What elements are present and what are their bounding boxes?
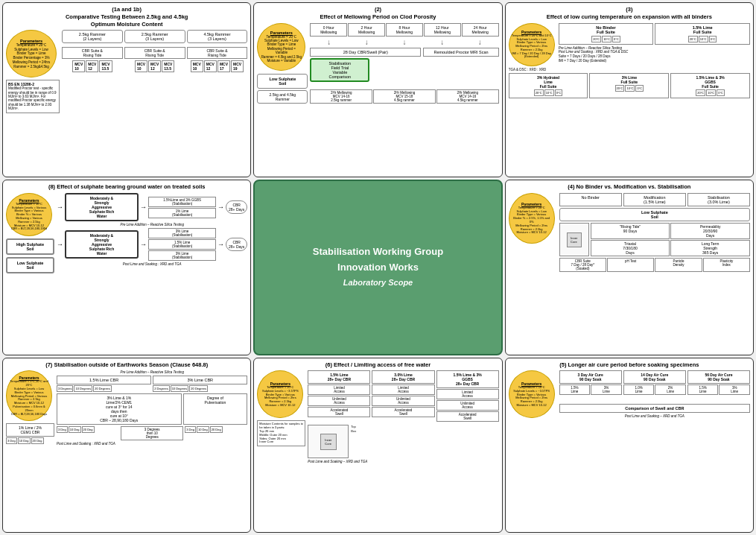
params-text-p5: Temperature = 10°CSulphate Levels = ~3.5… [513, 386, 550, 408]
cbr-oval-top: CBR28+ Days [226, 200, 247, 214]
p7-3-20d: 20 Degrees [189, 385, 208, 392]
arrow-p8-3: → [217, 203, 224, 211]
p4-ph-test: pH Test [607, 258, 654, 272]
panel-3-title: (3) Effect of low curing temperature on … [509, 6, 750, 21]
p3-no-binder-temps: 20°C 10°C 0°C [561, 36, 652, 42]
params-text-p8: Temperature = 10°CSulphate Levels = Vari… [11, 203, 48, 231]
p6-col-row: 1.5% Lime28+ Day CBR LimitedAccess Unlim… [308, 370, 498, 422]
params-text-p7: Temperature = 5°C,10°C and 20°CSulphate … [9, 380, 49, 416]
p4-core-diagram: InnerCore [559, 223, 589, 256]
p7-15-3d: 3 Degrees [57, 385, 73, 392]
p5-14day-2lime: 2%Lime [655, 384, 686, 395]
panel-2: (2) Effect of Mellowing Period on Clod P… [253, 2, 502, 177]
mcv-3-1: MCV10 [191, 60, 203, 72]
panel-8-content: Parameters Temperature = 10°CSulphate Le… [6, 193, 247, 273]
p7-lime-row: 1.5% Lime CBR 3 Degrees 10 Degrees 20 De… [57, 376, 247, 392]
params-oval-p3: Parameters Temperature = 20°C and 10°CSu… [509, 23, 555, 66]
p5-3day-binders: 1.5%Lime 3%Lime [559, 384, 622, 395]
arrow-p8-5: → [140, 241, 147, 248]
p7-deg-group-3: 3 Deg 10 Deg 20 Deg [185, 426, 247, 433]
cbr-oval-bot: CBR28+ Days [226, 238, 247, 251]
params-text-p6: Temperature = 10°CSulphate Levels = ~3.5… [262, 386, 299, 408]
panel-center: Stabilisation Working Group Innovation W… [253, 180, 502, 355]
p7-15-cbr-degs: 3 Degrees 10 Degrees 20 Degrees [57, 385, 151, 392]
p3-top-row: No BinderFull Suite 20°C 10°C 0°C 1.5% L… [559, 23, 750, 45]
lime-1-stab: 1% Lime(Stabilisation) [148, 208, 216, 218]
p3-suite-note: Suite = 7 Days / 20 Days / 28 DaysIMI = … [559, 54, 750, 63]
panel-7-title: (7) Stabilisation outside of Earthworks … [6, 361, 247, 369]
p3-col-15-lime: 1.5% LimeFull Suite 20°C 10°C 0°C [655, 23, 750, 45]
panel-6-right: 1.5% Lime28+ Day CBR LimitedAccess Unlim… [308, 370, 498, 463]
p5-col-56day: 56 Day Air Cure90 Day Soak 1.5%Lime 3%Li… [687, 370, 750, 395]
p5-col-14day: 14 Day Air Cure90 Day Soak 1.0%Lime 2%Li… [623, 370, 686, 395]
params-oval-p2: Parameters Temperature = 20°CSulphate Le… [257, 23, 305, 71]
p3-3l-label: 3% LimeFull Suite [591, 75, 667, 84]
p4-tests-grid: "Rising Tide"90 Days Permeability20/30/9… [591, 223, 750, 256]
mcv-group-2: MCV10 MCV12 MCV13.5 [124, 60, 185, 72]
stabilisation-field-trial: StabilisationField TrialVariableComparis… [310, 58, 369, 82]
p7-15-10d: 10 Degrees [74, 385, 92, 392]
p7-3d-3: 3 Deg [185, 426, 196, 433]
p7-3-3d: 2 Degrees [153, 385, 169, 392]
bottom-2: 2Hr MellowingMCV 15-184.5kg rammer [373, 89, 436, 104]
lime-15-3ggbs: 1.5%Lime and 3% GGBS(Stabilisation) [148, 197, 216, 207]
temp-20-1: 20°C [591, 36, 601, 42]
p3-3l-temps: 20°C 10°C 0°C [591, 85, 667, 92]
p7-post-label: Post Lime and Soaking : XRD and TGA [57, 442, 247, 446]
p6-box-diagram: InnerCore Top Box [308, 425, 498, 458]
p5-post-label: Post Lime and Soaking – XRD and TGA [559, 414, 750, 418]
p7-complex-row: 3% Lime & 1%Lime/2% CEM1cure at 3° for 1… [57, 393, 247, 425]
p3-col-3hl: 3% HydratedLimeFull Suite 20°C 10°C 0°C [509, 73, 588, 98]
p5-3day-header: 3 Day Air Cure90 Day Soak [559, 370, 622, 384]
panel-2-content: Parameters Temperature = 20°CSulphate Le… [257, 23, 498, 104]
mcv-2-2: MCV12 [148, 60, 161, 72]
p6-15-3ggbs-unlimited: UnlimitedAccess [436, 400, 499, 411]
mcv-group-1: MCV10 MCV12 MCV13.5 [62, 60, 123, 72]
p7-3-cbr-degs: 2 Degrees 10 Degrees 20 Degrees [153, 385, 247, 392]
panel-1: (1a and 1b) Comparative Testing Between … [2, 2, 251, 177]
p6-inner-core: InnerCore [320, 434, 337, 450]
p7-20d-3: 20 Deg [210, 426, 223, 433]
panel-8: (8) Effect of sulphate bearing ground wa… [2, 180, 251, 355]
p5-cure-cols: 3 Day Air Cure90 Day Soak 1.5%Lime 3%Lim… [559, 370, 750, 395]
params-text-p3: Temperature = 20°C and 10°CSulphate Leve… [512, 34, 552, 60]
p7-col-3: 3% Lime CBR 2 Degrees 10 Degrees 20 Degr… [153, 376, 247, 392]
mcv-2-1: MCV10 [135, 60, 147, 72]
p6-15-3ggbs-accel: AcceleratedSwell [436, 411, 499, 422]
p8-mod-strong-bot: Moderately &StronglyAggressiveSulphate R… [65, 230, 139, 259]
p3-bottom-row: 3% HydratedLimeFull Suite 20°C 10°C 0°C … [509, 73, 750, 98]
panel-6-left: Parameters Temperature = 10°CSulphate Le… [257, 370, 305, 463]
note-p1: BS EN 13286-2 Modified Proctor test - sp… [6, 80, 60, 113]
p3-3hl-label: 3% HydratedLimeFull Suite [511, 75, 586, 89]
cbr-proctor-row: 28 Day CBR/Swell (Pair) Remoulded Procto… [310, 48, 498, 57]
p6-15-3ggbs-header: 1.5% Lime & 3%GGBS28+ Day CBR [436, 370, 499, 388]
p7-pre-label: Pre Lime Addition – Reactive Silica Test… [57, 370, 247, 374]
p6-footer: Post Lime and Soaking – XRD and TGA [308, 460, 498, 463]
low-sulphate-box: Low SulphateSoil [257, 74, 308, 89]
p5-14day-header: 14 Day Air Cure90 Day Soak [623, 370, 686, 384]
rammer-header-1: 2.5kg Rammer(2 Layers) [62, 30, 123, 43]
p7-3d-then-10d: 3 Degreesthen 10Degrees [121, 426, 183, 440]
p7-10deg: 10 Deg [18, 437, 31, 444]
cbr-cell-1b: CBR Suite &Rising Tide [124, 47, 185, 59]
mcv-1-3: MCV13.5 [99, 60, 112, 72]
panel-4: (4) No Binder vs. Modification vs. Stabi… [505, 180, 754, 355]
main-grid: (1a and 1b) Comparative Testing Between … [0, 0, 756, 535]
note-box-p1: BS EN 13286-2 Modified Proctor test - sp… [6, 80, 60, 113]
params-text-p2: Temperature = 20°CSulphate Levels = LowB… [261, 35, 302, 63]
params-oval-p5: Parameters Temperature = 10°CSulphate Le… [509, 370, 555, 418]
proctor-box: Remoulded Proctor MRI Scan [423, 48, 498, 57]
rammer-headers: 2.5kg Rammer(2 Layers) 2.5kg Rammer(3 La… [62, 30, 247, 45]
p6-3-limited: LimitedAccess [372, 384, 434, 395]
bottom-1: 2Hr MellowingMCV 14-162.5kg rammer [310, 89, 372, 104]
p8-flow-top: → Moderately &StronglyAggressiveSulphate… [57, 193, 247, 221]
p8-mod-strong-top: Moderately &StronglyAggressiveSulphate R… [65, 193, 139, 221]
panel-3-grid: No BinderFull Suite 20°C 10°C 0°C 1.5% L… [559, 23, 750, 66]
p4-binder-row: No Binder Modification(1.5% Lime) Stabil… [559, 193, 750, 206]
p7-20d-1: 20 Deg [82, 426, 95, 433]
temp-0-2: 0°C [709, 36, 717, 42]
rammer-header-2: 2.5kg Rammer(3 Layers) [124, 30, 185, 43]
center-text: Stabilisation Working Group Innovation W… [313, 244, 443, 291]
mcv-3-2: MCV12 [204, 60, 217, 72]
p7-3-10d: 10 Degrees [171, 385, 189, 392]
